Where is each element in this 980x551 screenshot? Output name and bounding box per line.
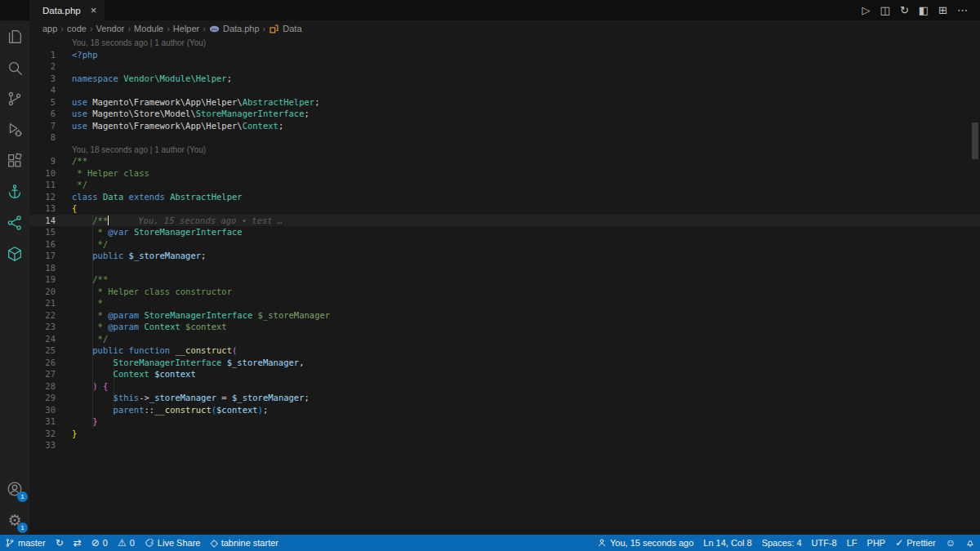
share-graph-icon — [6, 214, 24, 232]
code-line[interactable]: 30 parent::__construct($context); — [29, 404, 980, 416]
code-line[interactable]: 10 * Helper class — [29, 167, 980, 180]
history-icon[interactable]: ↻ — [896, 4, 913, 16]
code-line[interactable]: 18 — [29, 262, 980, 274]
settings-gear-button[interactable]: ⚙1 — [5, 510, 24, 530]
code-line[interactable]: 15 * @var StoreManagerInterface — [29, 226, 980, 238]
code-line[interactable]: 29 $this->_storeManager = $_storeManager… — [29, 392, 980, 404]
language-mode[interactable]: PHP — [862, 535, 891, 551]
warnings-status[interactable]: ⚠0 — [113, 535, 140, 551]
code-area[interactable]: You, 18 seconds ago | 1 author (You)1<?p… — [29, 37, 980, 535]
code-line[interactable]: 21 * — [29, 297, 980, 309]
eol-sequence[interactable]: LF — [842, 535, 862, 551]
line-number: 8 — [29, 131, 56, 144]
explorer-button[interactable] — [5, 27, 24, 47]
account-button[interactable]: 1 — [5, 479, 24, 499]
code-line[interactable]: 32} — [29, 428, 980, 440]
compare-status[interactable]: ⇄ — [69, 535, 87, 551]
feedback[interactable]: ☺ — [941, 535, 960, 551]
code-line[interactable]: 9/** — [29, 155, 980, 167]
run-debug-button[interactable] — [5, 120, 24, 140]
code-line[interactable]: 6use Magento\Store\Model\StoreManagerInt… — [29, 108, 980, 120]
layout-icon[interactable]: ◧ — [915, 4, 933, 16]
line-number: 12 — [29, 191, 56, 203]
branch-status[interactable]: master — [0, 535, 51, 551]
code-line[interactable]: 7use Magento\Framework\App\Helper\Contex… — [29, 120, 980, 132]
code-line[interactable]: 4 — [29, 84, 980, 96]
code-line[interactable]: 23 * @param Context $context — [29, 321, 980, 333]
indentation[interactable]: Spaces: 4 — [757, 535, 807, 551]
code-line[interactable]: 17 public $_storeManager; — [29, 250, 980, 262]
blame-status[interactable]: You, 15 seconds ago — [592, 535, 698, 551]
code-line[interactable]: 11 */ — [29, 179, 980, 191]
code-line[interactable]: 1<?php — [29, 49, 980, 61]
gitlens-annotation[interactable]: You, 18 seconds ago | 1 author (You) — [72, 145, 206, 154]
code-line[interactable]: 28 ) { — [29, 380, 980, 393]
notifications[interactable] — [960, 535, 980, 551]
package-icon — [6, 245, 24, 263]
feedback-icon: ☺ — [946, 538, 956, 548]
gitlens-annotation[interactable]: You, 18 seconds ago | 1 author (You) — [72, 38, 206, 47]
breadcrumb-item[interactable]: Helper — [173, 24, 199, 33]
split-editor-icon[interactable]: ⊞ — [934, 4, 951, 16]
source-control-button[interactable] — [5, 89, 24, 109]
codelens-row[interactable]: You, 18 seconds ago | 1 author (You) — [29, 144, 980, 156]
code-line[interactable]: 25 public function __construct( — [29, 344, 980, 357]
encoding[interactable]: UTF-8 — [807, 535, 842, 551]
breadcrumb-item[interactable]: Module — [134, 24, 163, 33]
code-line[interactable]: 22 * @param StoreManagerInterface $_stor… — [29, 309, 980, 322]
breadcrumb-item[interactable]: Data — [269, 24, 301, 34]
status-bar-left: master↻⇄⊘0⚠0Live Share◇tabnine starter — [0, 535, 283, 551]
line-number: 16 — [29, 238, 56, 251]
code-line[interactable]: 27 Context $context — [29, 368, 980, 380]
breadcrumb-item[interactable]: Vendor — [96, 24, 125, 33]
code-line[interactable]: 19 /** — [29, 273, 980, 286]
run-icon[interactable]: ▷ — [858, 4, 875, 16]
code-line[interactable]: 14 /**You, 15 seconds ago • test … — [29, 215, 980, 227]
live-share-status[interactable]: Live Share — [140, 535, 206, 551]
code-line[interactable]: 16 */ — [29, 238, 980, 251]
cursor-position[interactable]: Ln 14, Col 8 — [698, 535, 756, 551]
scrollbar-thumb[interactable] — [972, 122, 978, 159]
code-line[interactable]: 20 * Helper class constructor — [29, 286, 980, 298]
errors-status[interactable]: ⊘0 — [87, 535, 113, 551]
codelens-row[interactable]: You, 18 seconds ago | 1 author (You) — [29, 37, 980, 49]
preview-icon[interactable]: ◫ — [876, 4, 894, 16]
workbench-body: 1⚙1 app›code›Vendor›Module›Helper›phpDat… — [0, 20, 980, 535]
code-line[interactable]: 12class Data extends AbstractHelper — [29, 191, 980, 203]
tab-data-php[interactable]: php Data.php × — [29, 0, 105, 20]
check-icon: ✓ — [895, 538, 903, 548]
code-line[interactable]: 2 — [29, 60, 980, 73]
breadcrumb-separator-icon: › — [167, 24, 170, 33]
breadcrumb-item[interactable]: phpData.php — [209, 24, 260, 34]
line-number: 33 — [29, 439, 56, 451]
package-button[interactable] — [5, 244, 24, 264]
extensions-button[interactable] — [5, 151, 24, 171]
share-graph-button[interactable] — [5, 213, 24, 233]
anchor-button[interactable] — [5, 182, 24, 202]
breadcrumb-item[interactable]: app — [42, 24, 57, 33]
code-line[interactable]: 8 — [29, 131, 980, 144]
code-line[interactable]: 31 } — [29, 415, 980, 428]
code-line[interactable]: 24 */ — [29, 333, 980, 345]
code-line[interactable]: 5use Magento\Framework\App\Helper\Abstra… — [29, 96, 980, 109]
line-number: 3 — [29, 73, 56, 85]
close-tab-icon[interactable]: × — [91, 4, 97, 16]
search-button[interactable] — [5, 58, 24, 78]
code-line[interactable]: 3namespace Vendor\Module\Helper; — [29, 73, 980, 85]
code-line[interactable]: 26 StoreManagerInterface $_storeManager, — [29, 357, 980, 369]
sync-status[interactable]: ↻ — [51, 535, 69, 551]
tabnine-status[interactable]: ◇tabnine starter — [205, 535, 283, 551]
search-icon — [6, 59, 24, 77]
tab-label: Data.php — [42, 6, 81, 16]
code-line[interactable]: 13{ — [29, 202, 980, 215]
breadcrumb-separator-icon: › — [263, 24, 266, 33]
run-debug-icon — [6, 121, 24, 139]
breadcrumb-item[interactable]: code — [67, 24, 87, 33]
editor: app›code›Vendor›Module›Helper›phpData.ph… — [29, 20, 980, 535]
more-actions-icon[interactable]: ⋯ — [953, 4, 972, 16]
person-icon — [597, 538, 607, 548]
line-number: 17 — [29, 250, 56, 262]
prettier-status[interactable]: ✓Prettier — [890, 535, 941, 551]
code-line[interactable]: 33 — [29, 439, 980, 451]
activity-bar: 1⚙1 — [0, 20, 29, 535]
